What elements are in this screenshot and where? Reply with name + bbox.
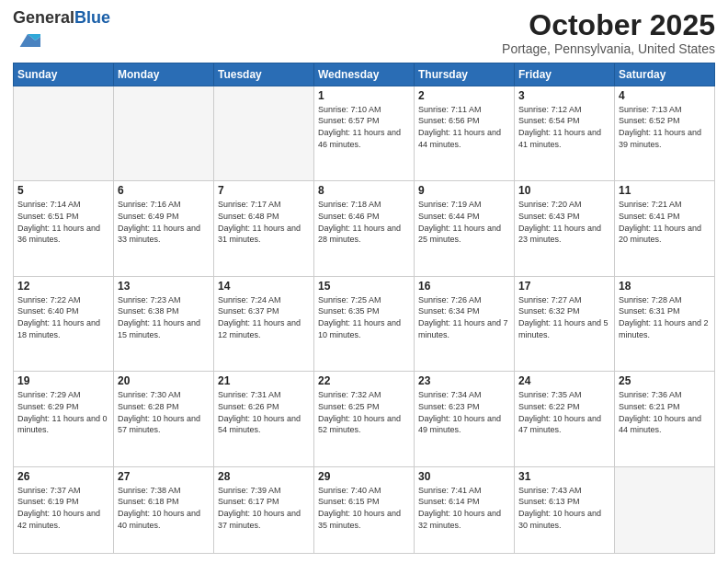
logo-icon <box>15 28 40 53</box>
calendar-cell: 19Sunrise: 7:29 AM Sunset: 6:29 PM Dayli… <box>14 372 114 467</box>
day-info: Sunrise: 7:21 AM Sunset: 6:41 PM Dayligh… <box>619 199 711 245</box>
calendar-cell: 16Sunrise: 7:26 AM Sunset: 6:34 PM Dayli… <box>415 276 515 372</box>
location: Portage, Pennsylvania, United States <box>502 41 715 56</box>
day-info: Sunrise: 7:31 AM Sunset: 6:26 PM Dayligh… <box>218 389 310 435</box>
day-info: Sunrise: 7:30 AM Sunset: 6:28 PM Dayligh… <box>118 389 210 435</box>
week-row-4: 19Sunrise: 7:29 AM Sunset: 6:29 PM Dayli… <box>14 372 715 467</box>
day-number: 25 <box>619 374 711 387</box>
weekday-header-saturday: Saturday <box>615 63 715 86</box>
week-row-3: 12Sunrise: 7:22 AM Sunset: 6:40 PM Dayli… <box>14 276 715 372</box>
day-number: 20 <box>118 374 210 387</box>
calendar-cell: 8Sunrise: 7:18 AM Sunset: 6:46 PM Daylig… <box>314 181 415 277</box>
header: GeneralBlue October 2025 Portage, Pennsy… <box>13 9 715 57</box>
day-number: 16 <box>418 280 510 293</box>
calendar-cell: 5Sunrise: 7:14 AM Sunset: 6:51 PM Daylig… <box>14 181 114 277</box>
weekday-header-friday: Friday <box>515 63 615 86</box>
calendar-cell: 18Sunrise: 7:28 AM Sunset: 6:31 PM Dayli… <box>615 276 715 372</box>
day-number: 15 <box>318 280 410 293</box>
day-number: 28 <box>218 470 310 483</box>
day-number: 30 <box>418 470 510 483</box>
day-number: 29 <box>318 470 410 483</box>
day-info: Sunrise: 7:41 AM Sunset: 6:14 PM Dayligh… <box>418 485 510 531</box>
calendar-cell: 20Sunrise: 7:30 AM Sunset: 6:28 PM Dayli… <box>114 372 214 467</box>
day-number: 10 <box>518 184 610 197</box>
weekday-header-wednesday: Wednesday <box>314 63 415 86</box>
title-block: October 2025 Portage, Pennsylvania, Unit… <box>502 9 715 56</box>
calendar-cell: 9Sunrise: 7:19 AM Sunset: 6:44 PM Daylig… <box>415 181 515 277</box>
day-number: 2 <box>418 89 510 102</box>
calendar-cell: 7Sunrise: 7:17 AM Sunset: 6:48 PM Daylig… <box>214 181 314 277</box>
day-info: Sunrise: 7:43 AM Sunset: 6:13 PM Dayligh… <box>518 485 610 531</box>
day-info: Sunrise: 7:18 AM Sunset: 6:46 PM Dayligh… <box>318 199 410 245</box>
weekday-header-tuesday: Tuesday <box>214 63 314 86</box>
calendar-cell: 26Sunrise: 7:37 AM Sunset: 6:19 PM Dayli… <box>14 466 114 553</box>
day-info: Sunrise: 7:22 AM Sunset: 6:40 PM Dayligh… <box>17 294 109 340</box>
day-number: 4 <box>619 89 711 102</box>
day-info: Sunrise: 7:16 AM Sunset: 6:49 PM Dayligh… <box>118 199 210 245</box>
day-number: 1 <box>318 89 410 102</box>
day-number: 13 <box>118 280 210 293</box>
calendar-cell: 3Sunrise: 7:12 AM Sunset: 6:54 PM Daylig… <box>515 86 615 181</box>
calendar-cell: 2Sunrise: 7:11 AM Sunset: 6:56 PM Daylig… <box>415 86 515 181</box>
calendar-cell: 1Sunrise: 7:10 AM Sunset: 6:57 PM Daylig… <box>314 86 415 181</box>
calendar-cell: 27Sunrise: 7:38 AM Sunset: 6:18 PM Dayli… <box>114 466 214 553</box>
day-info: Sunrise: 7:34 AM Sunset: 6:23 PM Dayligh… <box>418 389 510 435</box>
calendar-cell: 23Sunrise: 7:34 AM Sunset: 6:23 PM Dayli… <box>415 372 515 467</box>
day-number: 23 <box>418 374 510 387</box>
day-info: Sunrise: 7:14 AM Sunset: 6:51 PM Dayligh… <box>17 199 109 245</box>
day-info: Sunrise: 7:38 AM Sunset: 6:18 PM Dayligh… <box>118 485 210 531</box>
day-info: Sunrise: 7:39 AM Sunset: 6:17 PM Dayligh… <box>218 485 310 531</box>
day-info: Sunrise: 7:29 AM Sunset: 6:29 PM Dayligh… <box>17 389 109 435</box>
day-number: 5 <box>17 184 109 197</box>
calendar-table: SundayMondayTuesdayWednesdayThursdayFrid… <box>13 63 715 554</box>
calendar-cell: 21Sunrise: 7:31 AM Sunset: 6:26 PM Dayli… <box>214 372 314 467</box>
day-info: Sunrise: 7:24 AM Sunset: 6:37 PM Dayligh… <box>218 294 310 340</box>
day-number: 21 <box>218 374 310 387</box>
week-row-5: 26Sunrise: 7:37 AM Sunset: 6:19 PM Dayli… <box>14 466 715 553</box>
day-number: 17 <box>518 280 610 293</box>
calendar-cell: 31Sunrise: 7:43 AM Sunset: 6:13 PM Dayli… <box>515 466 615 553</box>
calendar-cell: 22Sunrise: 7:32 AM Sunset: 6:25 PM Dayli… <box>314 372 415 467</box>
day-info: Sunrise: 7:20 AM Sunset: 6:43 PM Dayligh… <box>518 199 610 245</box>
day-number: 18 <box>619 280 711 293</box>
calendar-cell: 24Sunrise: 7:35 AM Sunset: 6:22 PM Dayli… <box>515 372 615 467</box>
calendar-cell <box>114 86 214 181</box>
day-number: 27 <box>118 470 210 483</box>
logo: GeneralBlue <box>13 9 110 57</box>
calendar-cell: 11Sunrise: 7:21 AM Sunset: 6:41 PM Dayli… <box>615 181 715 277</box>
day-number: 6 <box>118 184 210 197</box>
calendar-cell: 13Sunrise: 7:23 AM Sunset: 6:38 PM Dayli… <box>114 276 214 372</box>
calendar-cell: 15Sunrise: 7:25 AM Sunset: 6:35 PM Dayli… <box>314 276 415 372</box>
day-info: Sunrise: 7:28 AM Sunset: 6:31 PM Dayligh… <box>619 294 711 340</box>
day-number: 31 <box>518 470 610 483</box>
day-number: 14 <box>218 280 310 293</box>
day-info: Sunrise: 7:13 AM Sunset: 6:52 PM Dayligh… <box>619 104 711 150</box>
day-info: Sunrise: 7:35 AM Sunset: 6:22 PM Dayligh… <box>518 389 610 435</box>
calendar-cell: 4Sunrise: 7:13 AM Sunset: 6:52 PM Daylig… <box>615 86 715 181</box>
calendar-cell: 10Sunrise: 7:20 AM Sunset: 6:43 PM Dayli… <box>515 181 615 277</box>
month-title: October 2025 <box>502 9 715 41</box>
calendar-cell: 12Sunrise: 7:22 AM Sunset: 6:40 PM Dayli… <box>14 276 114 372</box>
week-row-2: 5Sunrise: 7:14 AM Sunset: 6:51 PM Daylig… <box>14 181 715 277</box>
day-info: Sunrise: 7:19 AM Sunset: 6:44 PM Dayligh… <box>418 199 510 245</box>
day-number: 3 <box>518 89 610 102</box>
day-info: Sunrise: 7:32 AM Sunset: 6:25 PM Dayligh… <box>318 389 410 435</box>
day-info: Sunrise: 7:37 AM Sunset: 6:19 PM Dayligh… <box>17 485 109 531</box>
day-number: 9 <box>418 184 510 197</box>
calendar-cell: 25Sunrise: 7:36 AM Sunset: 6:21 PM Dayli… <box>615 372 715 467</box>
logo-general-text: General <box>13 8 74 27</box>
calendar-cell <box>14 86 114 181</box>
day-info: Sunrise: 7:25 AM Sunset: 6:35 PM Dayligh… <box>318 294 410 340</box>
weekday-header-row: SundayMondayTuesdayWednesdayThursdayFrid… <box>14 63 715 86</box>
calendar-cell: 17Sunrise: 7:27 AM Sunset: 6:32 PM Dayli… <box>515 276 615 372</box>
day-info: Sunrise: 7:10 AM Sunset: 6:57 PM Dayligh… <box>318 104 410 150</box>
day-number: 19 <box>17 374 109 387</box>
day-info: Sunrise: 7:27 AM Sunset: 6:32 PM Dayligh… <box>518 294 610 340</box>
day-number: 22 <box>318 374 410 387</box>
day-number: 26 <box>17 470 109 483</box>
day-info: Sunrise: 7:12 AM Sunset: 6:54 PM Dayligh… <box>518 104 610 150</box>
day-number: 24 <box>518 374 610 387</box>
calendar-cell <box>214 86 314 181</box>
day-number: 7 <box>218 184 310 197</box>
week-row-1: 1Sunrise: 7:10 AM Sunset: 6:57 PM Daylig… <box>14 86 715 181</box>
